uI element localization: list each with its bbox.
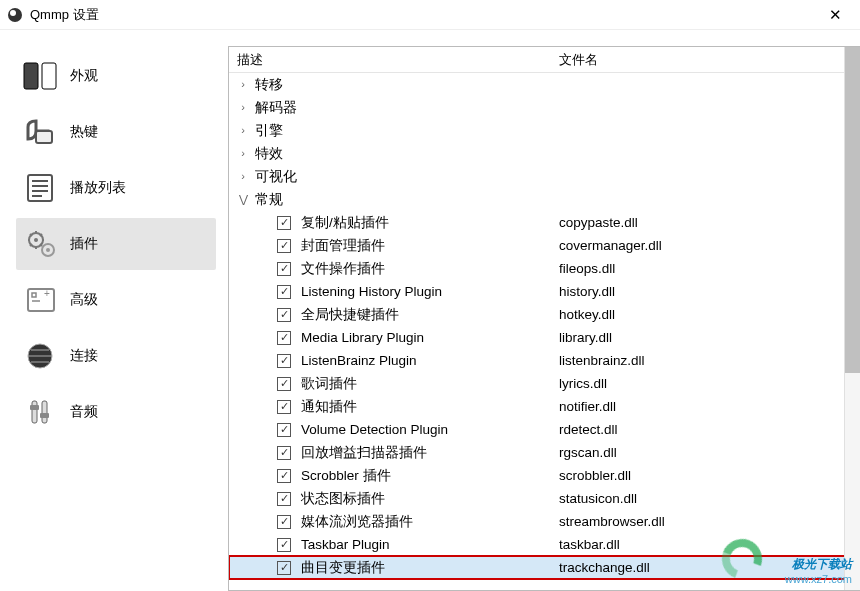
plugin-row[interactable]: ✓状态图标插件statusicon.dll	[229, 487, 860, 510]
chevron-right-icon[interactable]: ›	[235, 73, 251, 96]
playlist-icon	[16, 167, 68, 209]
plugin-desc: 文件操作插件	[301, 257, 559, 280]
svg-rect-1	[42, 63, 56, 89]
plugin-checkbox[interactable]: ✓	[277, 515, 291, 529]
plugin-file: covermanager.dll	[559, 234, 860, 257]
plugin-checkbox[interactable]: ✓	[277, 308, 291, 322]
tree-group[interactable]: ›可视化	[229, 165, 860, 188]
plugin-desc: 媒体流浏览器插件	[301, 510, 559, 533]
sidebar-item-playlist[interactable]: 播放列表	[16, 162, 216, 214]
tree-group-label: 可视化	[251, 165, 297, 188]
plugin-checkbox[interactable]: ✓	[277, 538, 291, 552]
plugin-row[interactable]: ✓媒体流浏览器插件streambrowser.dll	[229, 510, 860, 533]
plugin-checkbox[interactable]: ✓	[277, 400, 291, 414]
plugin-file: copypaste.dll	[559, 211, 860, 234]
tree-group[interactable]: ›转移	[229, 73, 860, 96]
plugin-desc: ListenBrainz Plugin	[301, 349, 559, 372]
plugin-file: listenbrainz.dll	[559, 349, 860, 372]
chevron-right-icon[interactable]: ›	[235, 165, 251, 188]
plugin-row[interactable]: ✓Listening History Pluginhistory.dll	[229, 280, 860, 303]
column-header-desc[interactable]: 描述	[229, 51, 555, 69]
tree-group-label: 特效	[251, 142, 283, 165]
plugin-row[interactable]: ✓Taskbar Plugintaskbar.dll	[229, 533, 860, 556]
scrollbar[interactable]	[844, 47, 860, 590]
sidebar-item-connection[interactable]: 连接	[16, 330, 216, 382]
plugin-desc: 全局快捷键插件	[301, 303, 559, 326]
tree-group-label: 转移	[251, 73, 283, 96]
app-icon	[8, 8, 22, 22]
plugin-desc: 回放增益扫描器插件	[301, 441, 559, 464]
column-header-file[interactable]: 文件名	[555, 51, 860, 69]
plugin-file: history.dll	[559, 280, 860, 303]
plugin-checkbox[interactable]: ✓	[277, 216, 291, 230]
plugin-row[interactable]: ✓复制/粘贴插件copypaste.dll	[229, 211, 860, 234]
plugin-checkbox[interactable]: ✓	[277, 285, 291, 299]
plugin-file: fileops.dll	[559, 257, 860, 280]
tree-group[interactable]: ›解码器	[229, 96, 860, 119]
sidebar-item-advanced[interactable]: + 高级	[16, 274, 216, 326]
scrollbar-thumb[interactable]	[845, 47, 860, 373]
plugin-checkbox[interactable]: ✓	[277, 423, 291, 437]
plugin-checkbox[interactable]: ✓	[277, 262, 291, 276]
plugin-checkbox[interactable]: ✓	[277, 446, 291, 460]
plugins-icon	[16, 223, 68, 265]
plugin-desc: Scrobbler 插件	[301, 464, 559, 487]
plugin-row[interactable]: ✓Volume Detection Pluginrdetect.dll	[229, 418, 860, 441]
sidebar-item-appearance[interactable]: 外观	[16, 50, 216, 102]
sidebar-item-label: 插件	[70, 235, 98, 253]
hotkeys-icon	[16, 111, 68, 153]
sidebar-item-audio[interactable]: 音频	[16, 386, 216, 438]
plugin-checkbox[interactable]: ✓	[277, 354, 291, 368]
close-icon[interactable]: ✕	[819, 2, 852, 28]
chevron-right-icon[interactable]: ›	[235, 96, 251, 119]
tree-group-label: 引擎	[251, 119, 283, 142]
sidebar-item-label: 音频	[70, 403, 98, 421]
plugin-list[interactable]: ›转移›解码器›引擎›特效›可视化⋁常规✓复制/粘贴插件copypaste.dl…	[229, 73, 860, 590]
plugin-file: streambrowser.dll	[559, 510, 860, 533]
plugin-checkbox[interactable]: ✓	[277, 469, 291, 483]
plugin-file: scrobbler.dll	[559, 464, 860, 487]
tree-group[interactable]: ›引擎	[229, 119, 860, 142]
plugin-row[interactable]: ✓回放增益扫描器插件rgscan.dll	[229, 441, 860, 464]
plugin-file: statusicon.dll	[559, 487, 860, 510]
plugin-row[interactable]: ✓封面管理插件covermanager.dll	[229, 234, 860, 257]
plugin-row[interactable]: ✓文件操作插件fileops.dll	[229, 257, 860, 280]
tree-group-label: 常规	[251, 188, 283, 211]
plugin-checkbox[interactable]: ✓	[277, 561, 291, 575]
svg-text:+: +	[44, 288, 50, 299]
plugin-checkbox[interactable]: ✓	[277, 331, 291, 345]
window-title: Qmmp 设置	[30, 6, 99, 24]
plugin-desc: 复制/粘贴插件	[301, 211, 559, 234]
svg-point-9	[34, 238, 38, 242]
plugin-panel: 描述 文件名 ›转移›解码器›引擎›特效›可视化⋁常规✓复制/粘贴插件copyp…	[228, 46, 860, 591]
plugin-row[interactable]: ✓通知插件notifier.dll	[229, 395, 860, 418]
plugin-desc: Media Library Plugin	[301, 326, 559, 349]
plugin-checkbox[interactable]: ✓	[277, 239, 291, 253]
sidebar: 外观 热键 播放列表 插件 + 高级	[0, 46, 228, 591]
sidebar-item-hotkeys[interactable]: 热键	[16, 106, 216, 158]
plugin-file: trackchange.dll	[559, 556, 860, 579]
plugin-row[interactable]: ✓歌词插件lyrics.dll	[229, 372, 860, 395]
plugin-row[interactable]: ✓ListenBrainz Pluginlistenbrainz.dll	[229, 349, 860, 372]
plugin-checkbox[interactable]: ✓	[277, 492, 291, 506]
chevron-right-icon[interactable]: ›	[235, 119, 251, 142]
plugin-checkbox[interactable]: ✓	[277, 377, 291, 391]
titlebar: Qmmp 设置 ✕	[0, 0, 860, 30]
plugin-row[interactable]: ✓Media Library Pluginlibrary.dll	[229, 326, 860, 349]
plugin-row[interactable]: ✓全局快捷键插件hotkey.dll	[229, 303, 860, 326]
tree-group[interactable]: ›特效	[229, 142, 860, 165]
plugin-desc: Listening History Plugin	[301, 280, 559, 303]
tree-group[interactable]: ⋁常规	[229, 188, 860, 211]
plugin-desc: Volume Detection Plugin	[301, 418, 559, 441]
plugin-file: lyrics.dll	[559, 372, 860, 395]
main-area: 外观 热键 播放列表 插件 + 高级	[0, 30, 860, 591]
sidebar-item-plugins[interactable]: 插件	[16, 218, 216, 270]
chevron-right-icon[interactable]: ›	[235, 142, 251, 165]
plugin-file: library.dll	[559, 326, 860, 349]
chevron-down-icon[interactable]: ⋁	[235, 188, 251, 211]
plugin-row[interactable]: ✓曲目变更插件trackchange.dll	[229, 556, 860, 579]
advanced-icon: +	[16, 279, 68, 321]
plugin-row[interactable]: ✓Scrobbler 插件scrobbler.dll	[229, 464, 860, 487]
audio-icon	[16, 391, 68, 433]
svg-rect-18	[40, 413, 49, 418]
